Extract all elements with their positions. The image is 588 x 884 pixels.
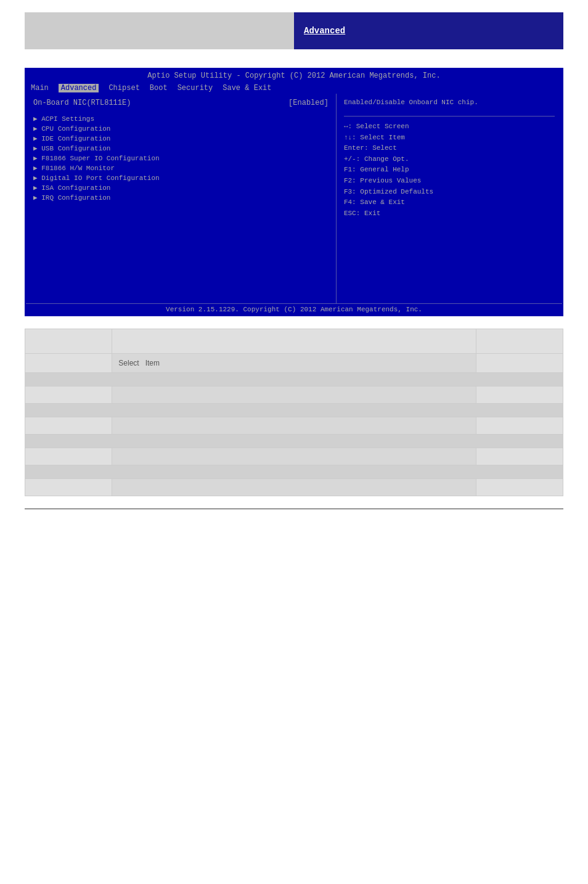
table-cell-full bbox=[25, 435, 563, 448]
bios-help-text: Enabled/Disable Onboard NIC chip. bbox=[344, 99, 555, 106]
table-row bbox=[25, 387, 563, 404]
bios-submenu-hwmon[interactable]: F81866 H/W Monitor bbox=[33, 164, 329, 172]
key-select-screen: ↔: Select Screen bbox=[344, 121, 555, 133]
bios-submenu-acpi[interactable]: ACPI Settings bbox=[33, 115, 329, 123]
key-f2-prev: F2: Previous Values bbox=[344, 176, 555, 187]
bios-submenu-digio[interactable]: Digital IO Port Configuration bbox=[33, 174, 329, 182]
nic-label: On-Board NIC(RTL8111E) bbox=[33, 99, 131, 107]
table-cell bbox=[476, 354, 563, 373]
bios-menu-save-exit[interactable]: Save & Exit bbox=[223, 84, 271, 92]
table-cell bbox=[476, 417, 563, 435]
table-cell bbox=[25, 479, 112, 496]
table-cell bbox=[476, 387, 563, 404]
table-cell bbox=[25, 329, 112, 354]
table-cell bbox=[112, 479, 476, 496]
table-cell bbox=[476, 479, 563, 496]
bios-submenu-superio[interactable]: F81866 Super IO Configuration bbox=[33, 154, 329, 162]
bios-right-panel: Enabled/Disable Onboard NIC chip. ↔: Sel… bbox=[336, 94, 562, 303]
bios-submenu-irq[interactable]: IRQ Configuration bbox=[33, 194, 329, 202]
table-cell bbox=[25, 354, 112, 373]
item-label: Item bbox=[145, 359, 160, 367]
table-row bbox=[25, 448, 563, 465]
bios-screenshot: Aptio Setup Utility - Copyright (C) 2012… bbox=[25, 68, 563, 316]
table-row bbox=[25, 417, 563, 435]
table-cell bbox=[112, 448, 476, 465]
bios-menu-bar: Main Advanced Chipset Boot Security Save… bbox=[26, 83, 562, 94]
bios-menu-boot[interactable]: Boot bbox=[150, 84, 168, 92]
table-row-full bbox=[25, 465, 563, 479]
bios-submenu-usb[interactable]: USB Configuration bbox=[33, 144, 329, 152]
nic-row: On-Board NIC(RTL8111E) [Enabled] bbox=[33, 99, 329, 107]
bottom-divider bbox=[25, 509, 563, 509]
key-f4-save: F4: Save & Exit bbox=[344, 197, 555, 208]
table-cell-full bbox=[25, 404, 563, 417]
table-cell bbox=[25, 387, 112, 404]
table-row-full bbox=[25, 373, 563, 387]
key-change-opt: +/-: Change Opt. bbox=[344, 154, 555, 165]
header-left bbox=[25, 12, 294, 49]
key-esc-exit: ESC: Exit bbox=[344, 208, 555, 219]
bios-divider bbox=[344, 116, 555, 117]
bios-submenu-cpu[interactable]: CPU Configuration bbox=[33, 125, 329, 133]
key-enter-select: Enter: Select bbox=[344, 143, 555, 154]
key-f1-help: F1: General Help bbox=[344, 165, 555, 176]
select-label: Select bbox=[118, 359, 139, 367]
table-cell bbox=[112, 417, 476, 435]
bios-menu-chipset[interactable]: Chipset bbox=[108, 84, 139, 92]
table-cell bbox=[112, 387, 476, 404]
nic-value: [Enabled] bbox=[288, 99, 329, 107]
bios-menu-security[interactable]: Security bbox=[178, 84, 213, 92]
table-cell-mid: Select Item bbox=[112, 354, 476, 373]
table-cell bbox=[476, 448, 563, 465]
data-table: Select Item bbox=[25, 329, 563, 496]
table-row: Select Item bbox=[25, 354, 563, 373]
table-row-full bbox=[25, 404, 563, 417]
table-row bbox=[25, 329, 563, 354]
table-cell bbox=[476, 329, 563, 354]
bios-footer: Version 2.15.1229. Copyright (C) 2012 Am… bbox=[26, 303, 562, 315]
data-table-section: Select Item bbox=[25, 329, 563, 496]
table-row bbox=[25, 479, 563, 496]
table-cell-full bbox=[25, 465, 563, 479]
bios-left-panel: On-Board NIC(RTL8111E) [Enabled] ACPI Se… bbox=[26, 94, 336, 303]
table-cell bbox=[25, 448, 112, 465]
bios-menu-main[interactable]: Main bbox=[31, 84, 49, 92]
header-advanced-label: Advanced bbox=[304, 26, 345, 36]
table-cell bbox=[25, 417, 112, 435]
page-header: Advanced bbox=[25, 12, 563, 49]
bios-main-content: On-Board NIC(RTL8111E) [Enabled] ACPI Se… bbox=[26, 94, 562, 303]
bios-submenu-isa[interactable]: ISA Configuration bbox=[33, 184, 329, 192]
bios-key-help: ↔: Select Screen ↑↓: Select Item Enter: … bbox=[344, 121, 555, 219]
bios-title: Aptio Setup Utility - Copyright (C) 2012… bbox=[26, 69, 562, 83]
bios-menu-advanced[interactable]: Advanced bbox=[59, 84, 99, 92]
key-select-item: ↑↓: Select Item bbox=[344, 133, 555, 144]
header-right: Advanced bbox=[294, 12, 563, 49]
key-f3-defaults: F3: Optimized Defaults bbox=[344, 187, 555, 198]
bios-submenu-ide[interactable]: IDE Configuration bbox=[33, 134, 329, 142]
table-cell bbox=[112, 329, 476, 354]
table-row-full bbox=[25, 435, 563, 448]
table-cell-full bbox=[25, 373, 563, 387]
